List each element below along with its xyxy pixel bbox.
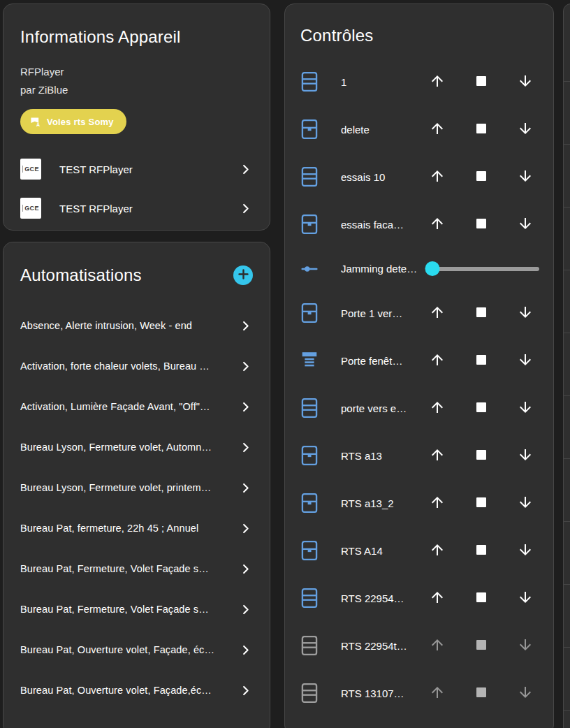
shutter-up-button[interactable] xyxy=(415,494,459,513)
control-row: 1 xyxy=(300,58,548,105)
slider-icon xyxy=(300,259,341,279)
control-row: Porte 1 ver… xyxy=(300,289,548,337)
control-label: 1 xyxy=(341,76,415,88)
device-description: RFPlayer par ZiBlue xyxy=(20,63,253,99)
arrow-down-icon xyxy=(517,304,534,323)
arrow-down-icon xyxy=(517,636,534,655)
control-row: RTS a13_2 xyxy=(300,479,548,527)
automation-row[interactable]: Bureau Pat, Ouverture volet, Façade, éc… xyxy=(20,629,253,670)
arrow-up-icon xyxy=(429,541,446,560)
control-label: RTS a13_2 xyxy=(341,497,415,509)
automation-row[interactable]: Bureau Pat, fermeture, 22h 45 ; Annuel xyxy=(20,508,253,548)
gce-logo-text: GCE xyxy=(22,205,39,212)
shutter-down-button[interactable] xyxy=(504,494,548,513)
shutter-up-button[interactable] xyxy=(415,636,459,655)
arrow-down-icon xyxy=(517,73,534,92)
shutter-stop-button[interactable] xyxy=(459,168,503,187)
control-actions xyxy=(415,73,548,92)
controls-title: Contrôles xyxy=(300,24,548,48)
shutter-down-button[interactable] xyxy=(504,541,548,560)
control-actions xyxy=(415,446,548,465)
control-label: essais faca… xyxy=(341,219,415,231)
shutter-down-button[interactable] xyxy=(504,399,548,418)
shutter-up-button[interactable] xyxy=(415,351,459,370)
shutter-stop-button[interactable] xyxy=(459,399,503,418)
object-tag-button[interactable]: A Voles rts Somy xyxy=(20,109,126,134)
object-tag-label: Voles rts Somy xyxy=(47,117,114,127)
child-device-row[interactable]: GCE TEST RFPlayer xyxy=(20,189,253,228)
shutter-stop-button[interactable] xyxy=(459,120,503,139)
control-list: 1 xyxy=(300,58,548,717)
shutter-stop-button[interactable] xyxy=(459,73,503,92)
control-label: RTS 22954t… xyxy=(341,640,415,652)
automations-header: Automatisations xyxy=(20,262,253,289)
arrow-down-icon xyxy=(517,168,534,187)
shutter-down-button[interactable] xyxy=(504,351,548,370)
control-row: RTS 13107… xyxy=(300,669,548,717)
automation-row[interactable]: Bureau Lyson, Fermeture volet, printem… xyxy=(20,467,253,508)
device-brand: par ZiBlue xyxy=(20,81,253,99)
shutter-up-button[interactable] xyxy=(415,215,459,234)
shutter-stop-button[interactable] xyxy=(459,304,503,323)
shutter-stop-button[interactable] xyxy=(459,589,503,608)
slider-thumb[interactable] xyxy=(425,261,440,276)
shutter-up-button[interactable] xyxy=(415,589,459,608)
shutter-closed-icon xyxy=(300,635,341,656)
shutter-open-icon xyxy=(300,493,341,514)
shutter-stop-button[interactable] xyxy=(459,446,503,465)
shutter-up-button[interactable] xyxy=(415,304,459,323)
child-device-label: TEST RFPlayer xyxy=(59,203,238,214)
shutter-down-button[interactable] xyxy=(504,215,548,234)
shutter-up-button[interactable] xyxy=(415,446,459,465)
shutter-stop-button[interactable] xyxy=(459,684,503,703)
automation-row[interactable]: Bureau Pat, Fermeture, Volet Façade s… xyxy=(20,548,253,589)
control-actions xyxy=(415,494,548,513)
shutter-stop-button[interactable] xyxy=(459,215,503,234)
automation-label: Bureau Lyson, Fermeture volet, printem… xyxy=(20,482,232,493)
control-label: RTS 22954… xyxy=(341,592,415,604)
control-actions xyxy=(415,399,548,418)
automation-row[interactable]: Activation, forte chaleur volets, Bureau… xyxy=(20,346,253,386)
shutter-up-button[interactable] xyxy=(415,168,459,187)
shutter-up-button[interactable] xyxy=(415,73,459,92)
arrow-down-icon xyxy=(517,399,534,418)
control-label: Porte 1 ver… xyxy=(341,307,415,319)
automation-row[interactable]: Bureau Pat, Fermeture, Volet Façade s… xyxy=(20,589,253,629)
shutter-down-button[interactable] xyxy=(504,304,548,323)
shutter-stop-button[interactable] xyxy=(459,636,503,655)
shutter-up-button[interactable] xyxy=(415,684,459,703)
shutter-up-button[interactable] xyxy=(415,399,459,418)
arrow-up-icon xyxy=(429,215,446,234)
shutter-up-button[interactable] xyxy=(415,120,459,139)
shutter-down-button[interactable] xyxy=(504,120,548,139)
shutter-closed-icon xyxy=(300,588,341,609)
shutter-stop-button[interactable] xyxy=(459,351,503,370)
stop-square-icon xyxy=(473,73,490,92)
shutter-stop-button[interactable] xyxy=(459,541,503,560)
add-automation-button[interactable] xyxy=(233,265,253,285)
shutter-down-button[interactable] xyxy=(504,684,548,703)
control-actions xyxy=(415,168,548,187)
shutter-up-button[interactable] xyxy=(415,541,459,560)
slider-track[interactable] xyxy=(428,267,539,271)
shutter-stop-button[interactable] xyxy=(459,494,503,513)
child-device-row[interactable]: GCE TEST RFPlayer xyxy=(20,150,253,189)
automation-row[interactable]: Absence, Alerte intrusion, Week - end xyxy=(20,305,253,346)
automation-row[interactable]: Bureau Lyson, Fermeture volet, Automn… xyxy=(20,427,253,467)
shutter-down-button[interactable] xyxy=(504,589,548,608)
control-actions xyxy=(415,351,548,370)
shutter-down-button[interactable] xyxy=(504,636,548,655)
shutter-down-button[interactable] xyxy=(504,446,548,465)
stop-square-icon xyxy=(473,120,490,139)
jamming-detection-slider[interactable] xyxy=(428,261,539,277)
automation-row[interactable]: Activation, Lumière Façade Avant, "Off"… xyxy=(20,386,253,427)
shutter-down-button[interactable] xyxy=(504,73,548,92)
shutter-closed-icon xyxy=(300,71,341,92)
control-label: Jamming dete… xyxy=(341,263,428,275)
device-name: RFPlayer xyxy=(20,63,253,81)
automation-row[interactable]: Bureau Pat, Ouverture volet, Façade,éc… xyxy=(20,670,253,711)
control-label: porte vers e… xyxy=(341,402,415,414)
roller-shade-icon xyxy=(300,350,341,371)
control-row: RTS A14 xyxy=(300,527,548,574)
shutter-down-button[interactable] xyxy=(504,168,548,187)
